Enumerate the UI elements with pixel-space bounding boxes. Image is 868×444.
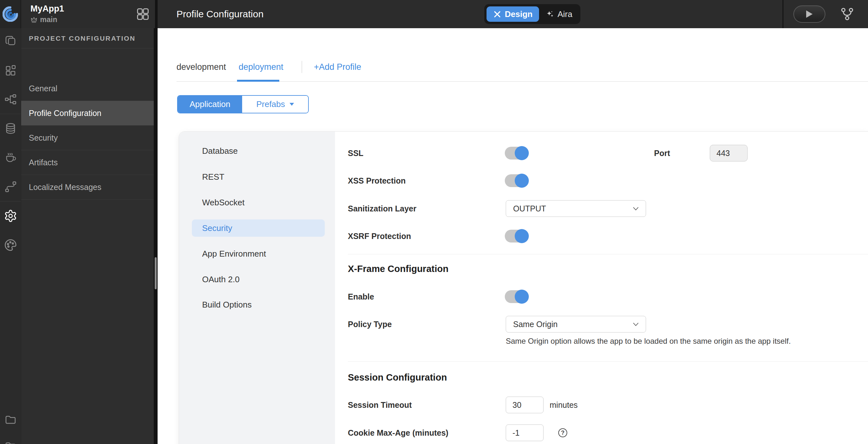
sanitization-row: Sanitization Layer OUTPUT: [335, 199, 868, 218]
profile-settings-card: Database REST WebSocket Security App Env…: [179, 131, 868, 444]
tab-deployment[interactable]: deployment: [239, 59, 283, 75]
sidebar-scrollbar-track: [154, 28, 158, 444]
xss-protection-label: XSS Protection: [348, 176, 406, 185]
theme-palette-icon[interactable]: [4, 238, 17, 252]
session-timeout-row: Session Timeout minutes: [335, 395, 868, 415]
nav-item-rest[interactable]: REST: [202, 172, 224, 182]
policy-type-hint: Same Origin option allows the app to be …: [506, 337, 791, 346]
sidebar-item-artifacts[interactable]: Artifacts: [21, 150, 154, 175]
policy-type-value: Same Origin: [513, 320, 558, 329]
nav-item-database[interactable]: Database: [202, 146, 238, 156]
folder-icon[interactable]: [4, 413, 17, 426]
branch-name: main: [40, 16, 57, 24]
section-divider: [348, 361, 868, 362]
session-timeout-input[interactable]: [506, 396, 544, 413]
ssl-toggle-knob: [515, 146, 529, 160]
sidebar-item-localized-messages[interactable]: Localized Messages: [21, 175, 154, 200]
enable-label: Enable: [348, 292, 374, 301]
database-icon[interactable]: [4, 122, 17, 135]
hierarchy-icon[interactable]: [4, 93, 17, 106]
play-icon: [806, 10, 813, 18]
app-name: MyApp1: [30, 4, 64, 14]
topbar: MyApp1 main Profile Configuration: [0, 0, 868, 28]
xsrf-protection-toggle[interactable]: [505, 230, 528, 242]
sidebar-item-security[interactable]: Security: [21, 125, 154, 150]
aira-mode-button[interactable]: Aira: [540, 6, 578, 22]
main-content: development deployment +Add Profile Appl…: [158, 28, 868, 444]
sanitization-layer-select[interactable]: OUTPUT: [506, 200, 646, 217]
scope-prefabs-label: Prefabs: [256, 99, 285, 109]
xss-toggle-knob: [515, 174, 529, 188]
caret-down-icon: [289, 103, 294, 106]
nav-item-app-environment[interactable]: App Environment: [202, 249, 266, 259]
security-section-nav: Database REST WebSocket Security App Env…: [179, 132, 335, 444]
scope-prefabs-button[interactable]: Prefabs: [242, 96, 308, 113]
page-title: Profile Configuration: [177, 0, 264, 28]
run-app-button[interactable]: [794, 5, 826, 23]
xsrf-toggle-knob: [515, 229, 529, 243]
java-icon[interactable]: [4, 151, 17, 164]
xss-row: XSS Protection: [335, 171, 868, 190]
cookie-max-age-input[interactable]: [506, 424, 544, 441]
folder-partial-icon[interactable]: [4, 440, 17, 444]
sidebar-item-general[interactable]: General: [21, 76, 154, 101]
rail-group-divider: [0, 201, 21, 202]
ssl-toggle[interactable]: [505, 147, 528, 159]
aira-label: Aira: [558, 9, 572, 19]
nav-item-build-options[interactable]: Build Options: [202, 300, 252, 310]
branch-chip: main: [30, 16, 57, 24]
connector-icon[interactable]: [4, 180, 17, 194]
scope-application-label: Application: [190, 99, 230, 109]
sidebar-item-profile-configuration[interactable]: Profile Configuration: [21, 101, 154, 125]
widgets-icon[interactable]: [4, 63, 17, 77]
xsrf-row: XSRF Protection: [335, 227, 868, 246]
mode-switch: Design Aira: [484, 4, 580, 24]
sidebar-scrollbar-thumb[interactable]: [155, 257, 157, 289]
nav-item-security[interactable]: Security: [202, 223, 232, 233]
settings-gear-icon[interactable]: [4, 209, 17, 223]
sanitization-layer-value: OUTPUT: [513, 204, 546, 213]
rail-group-divider: [0, 114, 21, 114]
share-branch-icon[interactable]: [840, 7, 854, 21]
sidebar-header: PROJECT CONFIGURATION: [29, 35, 135, 42]
xsrf-protection-label: XSRF Protection: [348, 232, 411, 241]
design-mode-button[interactable]: Design: [487, 6, 539, 22]
ssl-label: SSL: [348, 149, 364, 158]
cookie-max-age-row: Cookie Max-Age (minutes) ?: [335, 423, 868, 442]
tab-divider: [302, 61, 302, 73]
scope-switch: Application Prefabs: [177, 95, 309, 113]
xframe-configuration-heading: X-Frame Configuration: [348, 264, 448, 274]
topbar-divider: [155, 0, 158, 28]
session-timeout-label: Session Timeout: [348, 401, 412, 410]
policy-type-select[interactable]: Same Origin: [506, 316, 646, 332]
project-config-sidebar: PROJECT CONFIGURATION General Profile Co…: [21, 28, 154, 444]
xframe-toggle-knob: [515, 290, 529, 304]
nav-item-websocket[interactable]: WebSocket: [202, 198, 244, 208]
app-grid-icon[interactable]: [136, 7, 150, 21]
port-label: Port: [654, 149, 670, 158]
brand-logo: [0, 0, 21, 28]
tab-development[interactable]: development: [177, 59, 226, 75]
design-tools-icon: [493, 10, 502, 19]
sparkles-icon: [546, 10, 554, 19]
session-timeout-unit: minutes: [550, 401, 578, 410]
xframe-enable-row: Enable: [335, 287, 868, 306]
app-info: MyApp1 main: [21, 0, 155, 28]
active-tab-indicator: [237, 80, 279, 82]
pages-icon[interactable]: [4, 34, 17, 48]
xframe-enable-toggle[interactable]: [505, 290, 528, 303]
help-icon[interactable]: ?: [558, 428, 567, 437]
session-configuration-heading: Session Configuration: [348, 372, 447, 383]
cookie-max-age-label: Cookie Max-Age (minutes): [348, 428, 448, 438]
add-profile-button[interactable]: +Add Profile: [314, 59, 361, 75]
policy-type-label: Policy Type: [348, 320, 392, 329]
left-icon-rail: [0, 28, 21, 444]
tab-underline: [177, 81, 868, 82]
scope-application-button[interactable]: Application: [178, 96, 242, 113]
sanitization-layer-label: Sanitization Layer: [348, 204, 416, 213]
port-input[interactable]: [710, 145, 748, 161]
ssl-row: SSL Port: [335, 144, 868, 163]
wave-logo-icon: [3, 6, 18, 22]
xss-protection-toggle[interactable]: [505, 174, 528, 187]
nav-item-oauth[interactable]: OAuth 2.0: [202, 274, 240, 285]
